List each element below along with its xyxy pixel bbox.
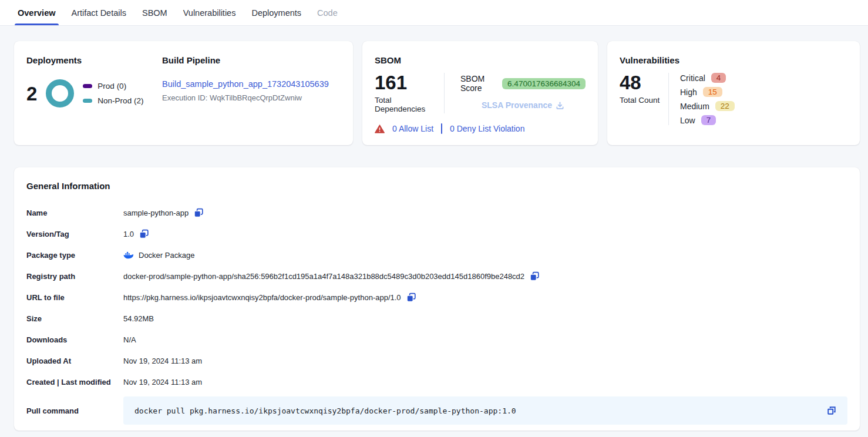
tab-code: Code (317, 0, 338, 25)
severity-list: Critical 4 High 15 Medium 22 Low 7 (669, 73, 735, 125)
sbom-policy-links: 0 Allow List 0 Deny List Violation (375, 123, 586, 134)
nonprod-color-swatch (83, 99, 92, 103)
sbom-total-block: 161 Total Dependencies (375, 73, 444, 113)
size-value: 54.92MB (123, 314, 154, 323)
tab-overview[interactable]: Overview (18, 0, 56, 25)
severity-critical-count: 4 (711, 73, 726, 83)
severity-medium-label: Medium (680, 102, 709, 111)
tab-bar: Overview Artifact Details SBOM Vulnerabi… (0, 0, 868, 26)
row-pull-command: Pull command docker pull pkg.harness.io/… (26, 396, 847, 425)
row-url-to-file: URL to file https://pkg.harness.io/ikpsj… (26, 287, 847, 308)
version-value: 1.0 (123, 230, 134, 238)
severity-high-count: 15 (703, 87, 722, 97)
pull-command-label: Pull command (26, 406, 123, 415)
copy-icon[interactable] (530, 271, 540, 281)
deployments-section: Deployments 2 Prod (0) Non-Prod (2) (26, 55, 162, 131)
page-content: Deployments 2 Prod (0) Non-Prod (2) (0, 26, 868, 431)
link-divider (441, 123, 442, 134)
row-version: Version/Tag 1.0 (26, 223, 847, 244)
sbom-card: SBOM 161 Total Dependencies SBOM Score 6… (362, 41, 598, 145)
deployments-total: 2 (26, 84, 37, 103)
sbom-stats: 161 Total Dependencies SBOM Score 6.4700… (375, 73, 586, 113)
row-size: Size 54.92MB (26, 308, 847, 329)
severity-low-count: 7 (701, 115, 716, 125)
deployments-legend: Prod (0) Non-Prod (2) (83, 82, 143, 105)
tab-vulnerabilities[interactable]: Vulnerabilities (183, 0, 236, 25)
summary-cards-row: Deployments 2 Prod (0) Non-Prod (2) (14, 41, 860, 145)
download-icon (556, 101, 564, 110)
sbom-total-label: Total Dependencies (375, 96, 444, 113)
severity-high-label: High (680, 88, 697, 97)
pull-command-box: docker pull pkg.harness.io/ikpsjoavtcwxn… (123, 396, 847, 425)
legend-prod-label: Prod (0) (97, 82, 126, 90)
package-type-value: Docker Package (139, 251, 194, 260)
general-information-title: General Information (26, 181, 847, 191)
severity-critical-label: Critical (680, 73, 705, 83)
vulnerabilities-total: 48 (620, 73, 668, 92)
name-value: sample-python-app (123, 209, 189, 217)
build-pipeline-title: Build Pipeline (162, 55, 341, 65)
tab-artifact-details[interactable]: Artifact Details (72, 0, 126, 25)
row-uploaded-at: Uploaded At Nov 19, 2024 11:13 am (26, 350, 847, 371)
sbom-title: SBOM (375, 55, 586, 65)
row-downloads: Downloads N/A (26, 329, 847, 350)
sbom-score-badge: 6.470017636684304 (502, 78, 586, 89)
severity-row-low: Low 7 (680, 115, 735, 125)
url-to-file-value: https://pkg.harness.io/ikpsjoavtcwxnqisy… (123, 293, 401, 302)
severity-row-high: High 15 (680, 87, 735, 97)
package-type-label: Package type (26, 251, 123, 260)
registry-path-value: docker-prod/sample-python-app/sha256:596… (123, 272, 524, 281)
copy-icon[interactable] (406, 293, 416, 302)
severity-medium-count: 22 (715, 101, 735, 111)
row-name: Name sample-python-app (26, 202, 847, 223)
downloads-value: N/A (123, 335, 136, 344)
created-modified-label: Created | Last modified (26, 378, 123, 386)
vulnerabilities-title: Vulnerabilities (620, 55, 847, 65)
tab-deployments[interactable]: Deployments (251, 0, 301, 25)
tab-sbom[interactable]: SBOM (142, 0, 167, 25)
version-label: Version/Tag (26, 230, 123, 238)
legend-item-prod: Prod (0) (83, 82, 143, 90)
vulnerabilities-card: Vulnerabilities 48 Total Count Critical … (607, 41, 860, 145)
slsa-provenance-label: SLSA Provenance (482, 100, 552, 110)
copy-icon[interactable] (194, 208, 204, 218)
legend-item-nonprod: Non-Prod (2) (83, 96, 143, 105)
name-label: Name (26, 209, 123, 217)
general-information-card: General Information Name sample-python-a… (14, 167, 860, 431)
build-pipeline-section: Build Pipeline Build_sample_python_app_1… (162, 55, 341, 131)
severity-low-label: Low (680, 116, 695, 125)
vulnerabilities-stats: 48 Total Count Critical 4 High 15 Medium (620, 73, 847, 125)
size-label: Size (26, 314, 123, 323)
sbom-total: 161 (375, 73, 444, 92)
sbom-score-label: SBOM Score (460, 74, 496, 93)
pipeline-link[interactable]: Build_sample_python_app_1732043105639 (162, 79, 329, 89)
warning-icon (375, 125, 385, 133)
deny-list-link[interactable]: 0 Deny List Violation (450, 124, 524, 133)
general-information-rows: Name sample-python-app Version/Tag 1.0 (26, 202, 847, 425)
docker-icon (123, 251, 133, 259)
severity-row-medium: Medium 22 (680, 101, 735, 111)
uploaded-at-label: Uploaded At (26, 357, 123, 365)
created-modified-value: Nov 19, 2024 11:13 am (123, 378, 202, 386)
pull-command-value: docker pull pkg.harness.io/ikpsjoavtcwxn… (134, 406, 516, 415)
deployments-donut-chart (46, 79, 74, 107)
vulnerabilities-total-block: 48 Total Count (620, 73, 668, 125)
vulnerabilities-total-label: Total Count (620, 96, 668, 105)
deployments-title: Deployments (26, 55, 162, 65)
copy-icon[interactable] (826, 405, 837, 416)
row-registry-path: Registry path docker-prod/sample-python-… (26, 265, 847, 287)
uploaded-at-value: Nov 19, 2024 11:13 am (123, 357, 202, 365)
registry-path-label: Registry path (26, 272, 123, 281)
row-package-type: Package type Docke (26, 244, 847, 265)
copy-icon[interactable] (139, 229, 149, 239)
execution-id: Execution ID: WqkTilbBRqecQrpDtZwniw (162, 93, 341, 102)
downloads-label: Downloads (26, 335, 123, 344)
deployments-chart: 2 Prod (0) Non-Prod (2) (26, 79, 162, 107)
allow-list-link[interactable]: 0 Allow List (392, 124, 433, 133)
sbom-score-block: SBOM Score 6.470017636684304 SLSA Proven… (445, 73, 586, 113)
slsa-provenance-link[interactable]: SLSA Provenance (482, 100, 564, 110)
url-to-file-label: URL to file (26, 293, 123, 302)
severity-row-critical: Critical 4 (680, 73, 735, 83)
prod-color-swatch (83, 84, 92, 88)
legend-nonprod-label: Non-Prod (2) (97, 96, 143, 105)
